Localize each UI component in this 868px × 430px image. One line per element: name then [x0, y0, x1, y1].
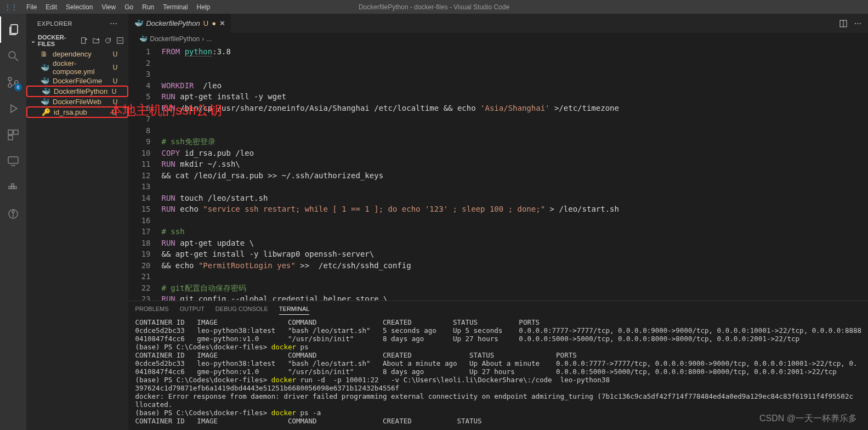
files-icon: [7, 23, 20, 36]
file-status: U: [113, 64, 118, 71]
svg-point-1: [9, 52, 15, 58]
file-status: U: [112, 88, 117, 95]
extensions-icon: [7, 128, 20, 142]
new-file-icon[interactable]: [80, 37, 88, 44]
svg-rect-12: [12, 186, 14, 189]
activity-remote[interactable]: [0, 148, 26, 174]
panel-tab-output[interactable]: OUTPUT: [180, 303, 205, 315]
breadcrumb-item[interactable]: ...: [206, 35, 212, 43]
activity-scm[interactable]: 6: [0, 69, 26, 95]
sidebar: EXPLORER ⋯ ⌄ DOCKER-FILES 🗎dependencyU🐳d…: [26, 14, 128, 430]
file-item-dependency[interactable]: 🗎dependencyU: [26, 49, 128, 59]
docker-file-icon: 🐳: [42, 87, 50, 95]
activity-docker[interactable]: [0, 174, 26, 201]
tab-dockerfile-python[interactable]: 🐳 DockerfilePython U ● ✕: [128, 14, 231, 33]
window-title: DockerfilePython - docker-files - Visual…: [359, 3, 509, 11]
panel-tab-problems[interactable]: PROBLEMS: [135, 303, 168, 315]
file-name: id_rsa.pub: [54, 108, 87, 116]
menu-go[interactable]: Go: [120, 3, 138, 11]
svg-rect-18: [82, 38, 86, 44]
docker-file-icon: 🐳: [139, 35, 147, 43]
editor[interactable]: 1234567891011121314151617181920212223 FR…: [128, 45, 868, 301]
svg-rect-6: [8, 130, 13, 134]
activity-extensions[interactable]: [0, 122, 26, 148]
activity-explorer[interactable]: [0, 16, 26, 43]
svg-rect-8: [8, 135, 13, 140]
tab-label: DockerfilePython: [146, 19, 200, 27]
file-name: DockerFileGme: [53, 77, 102, 85]
sidebar-actions[interactable]: ⋯: [110, 19, 118, 28]
close-icon[interactable]: ✕: [219, 19, 225, 27]
file-name: dependency: [53, 50, 92, 58]
menu-help[interactable]: Help: [192, 3, 215, 11]
file-item-DockerFileGme[interactable]: 🐳DockerFileGmeU: [26, 76, 128, 86]
collapse-icon[interactable]: [116, 37, 124, 44]
tab-status: U: [203, 19, 208, 27]
new-folder-icon[interactable]: [92, 37, 100, 44]
menubar: ⋮⋮ File Edit Selection View Go Run Termi…: [0, 0, 868, 14]
menu-terminal[interactable]: Terminal: [158, 3, 192, 11]
sidebar-header: EXPLORER ⋯: [26, 14, 128, 33]
file-icon: 🗎: [41, 50, 49, 58]
activity-run[interactable]: [0, 95, 26, 122]
svg-point-3: [8, 77, 12, 81]
menu-file[interactable]: File: [22, 3, 41, 11]
watermark: CSDN @一天一杯养乐多: [759, 413, 857, 425]
debug-icon: [7, 102, 20, 115]
file-name: DockerfilePython: [54, 87, 107, 95]
svg-point-4: [8, 84, 12, 87]
file-status: U: [113, 50, 118, 58]
section-header[interactable]: ⌄ DOCKER-FILES: [26, 33, 128, 48]
more-icon[interactable]: ⋯: [854, 19, 861, 27]
minimap[interactable]: [805, 45, 860, 301]
refresh-icon[interactable]: [104, 37, 112, 44]
docker-file-icon: 🐳: [41, 64, 49, 72]
breadcrumb-item[interactable]: DockerfilePython: [150, 35, 200, 43]
file-status: U: [113, 77, 118, 85]
file-name: DockerFileWeb: [53, 98, 101, 106]
svg-point-16: [12, 211, 14, 213]
svg-rect-0: [11, 25, 18, 33]
breadcrumb[interactable]: 🐳 DockerfilePython › ...: [128, 33, 868, 45]
tabs: 🐳 DockerfilePython U ● ✕ ⋯: [128, 14, 868, 33]
file-item-DockerfilePython[interactable]: 🐳DockerfilePythonU: [26, 86, 128, 97]
activity-git[interactable]: [0, 201, 26, 227]
menu-view[interactable]: View: [97, 3, 120, 11]
menu-edit[interactable]: Edit: [41, 3, 61, 11]
svg-rect-9: [8, 157, 18, 163]
menu-selection[interactable]: Selection: [61, 3, 97, 11]
remote-icon: [7, 155, 20, 168]
file-name: docker-compose.yml: [53, 59, 113, 76]
app-icon: ⋮⋮: [4, 3, 18, 11]
section-title: DOCKER-FILES: [38, 34, 80, 47]
svg-rect-14: [12, 184, 14, 186]
search-icon: [7, 49, 20, 63]
chevron-down-icon: ⌄: [31, 37, 36, 44]
annotation-text: 本地主机的ssh公钥: [110, 101, 222, 119]
split-icon[interactable]: [839, 19, 848, 28]
sidebar-title: EXPLORER: [37, 20, 72, 27]
svg-rect-7: [14, 130, 18, 134]
svg-rect-13: [14, 186, 16, 189]
panel-tab-debug[interactable]: DEBUG CONSOLE: [215, 303, 268, 315]
key-icon: 🔑: [42, 108, 50, 116]
docker-file-icon: 🐳: [41, 98, 49, 106]
svg-rect-11: [9, 186, 11, 189]
panel-tabs: PROBLEMS OUTPUT DEBUG CONSOLE TERMINAL: [128, 301, 868, 315]
terminal[interactable]: CONTAINER ID IMAGE COMMAND CREATED STATU…: [128, 315, 868, 430]
activity-bar: 6: [0, 14, 26, 430]
docker-icon: [7, 181, 20, 194]
scm-badge: 6: [14, 83, 22, 91]
docker-file-icon: 🐳: [134, 19, 143, 27]
tab-dirty-icon: ●: [212, 19, 216, 27]
panel: PROBLEMS OUTPUT DEBUG CONSOLE TERMINAL C…: [128, 301, 868, 430]
code-content[interactable]: FROM python:3.8 WORKDIR /leoRUN apt-get …: [161, 45, 868, 301]
gitlens-icon: [7, 207, 20, 220]
editor-area: 🐳 DockerfilePython U ● ✕ ⋯ 🐳 DockerfileP…: [128, 14, 868, 430]
gutter: 1234567891011121314151617181920212223: [128, 45, 161, 301]
activity-search[interactable]: [0, 43, 26, 69]
docker-file-icon: 🐳: [41, 77, 49, 85]
menu-run[interactable]: Run: [138, 3, 158, 11]
file-item-docker-compose.yml[interactable]: 🐳docker-compose.ymlU: [26, 59, 128, 76]
panel-tab-terminal[interactable]: TERMINAL: [279, 303, 310, 315]
